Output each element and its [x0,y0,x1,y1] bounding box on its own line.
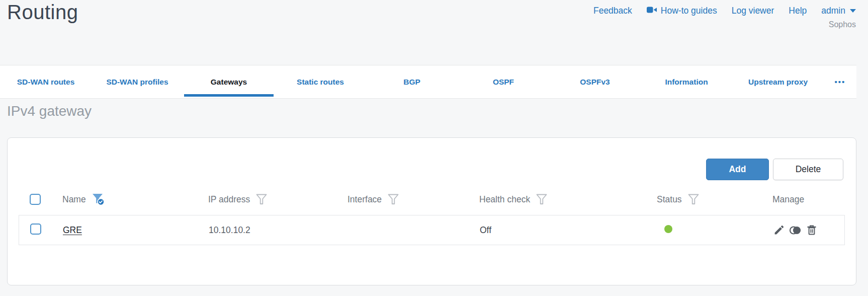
column-header-name-label: Name [62,194,86,205]
filter-icon[interactable] [255,193,268,205]
page-title: Routing [7,1,78,24]
feedback-link-label: Feedback [593,6,632,16]
table-row: GRE 10.10.10.2 Off [19,215,844,245]
delete-icon[interactable] [806,224,818,236]
column-header-status-label: Status [657,194,682,205]
feedback-link[interactable]: Feedback [593,6,632,16]
tab-sd-wan-routes[interactable]: SD-WAN routes [0,65,92,98]
status-cell [651,225,767,236]
column-header-ip-address: IP address [202,193,341,205]
row-checkbox[interactable] [30,224,41,235]
admin-menu-button[interactable]: admin [821,6,856,16]
column-header-status: Status [651,193,766,205]
brand-label: Sophos [829,20,856,29]
tab-gateways[interactable]: Gateways [183,65,275,98]
howto-guides-label: How-to guides [661,6,717,16]
clone-icon[interactable] [789,224,802,236]
name-cell: GRE [57,225,203,236]
filter-icon[interactable] [536,193,548,205]
delete-button[interactable]: Delete [773,159,843,180]
howto-guides-link[interactable]: How-to guides [647,6,717,16]
log-viewer-label: Log viewer [732,6,774,16]
manage-cell [767,224,844,236]
column-header-interface-label: Interface [348,194,382,205]
tab-sd-wan-profiles[interactable]: SD-WAN profiles [92,65,183,98]
filter-icon[interactable] [687,193,700,205]
help-link[interactable]: Help [789,6,807,16]
select-all-checkbox[interactable] [30,194,41,205]
health-check-cell: Off [474,225,651,236]
column-header-ip-label: IP address [208,194,250,205]
tab-ospf[interactable]: OSPF [458,65,549,98]
add-button[interactable]: Add [706,159,769,180]
tab-upstream-proxy[interactable]: Upstream proxy [732,65,824,98]
gateway-card: Add Delete Name IP address Interface [7,137,856,285]
caret-down-icon [850,9,856,13]
edit-icon[interactable] [773,224,785,236]
tab-bar: SD-WAN routes SD-WAN profiles Gateways S… [0,65,856,99]
column-header-manage: Manage [766,194,856,205]
table-body: GRE 10.10.10.2 Off [19,215,845,245]
more-tabs-button[interactable]: ••• [824,65,856,98]
column-header-manage-label: Manage [772,194,804,205]
column-header-name: Name [56,193,202,206]
column-header-health-check: Health check [473,193,651,205]
toolbar: Add Delete [706,159,843,180]
table-header-row: Name IP address Interface Health check [8,188,856,210]
ip-address-cell: 10.10.10.2 [203,225,342,236]
header-links: Feedback How-to guides Log viewer Help a… [593,6,856,16]
tab-static-routes[interactable]: Static routes [275,65,366,98]
column-header-health-label: Health check [479,194,530,205]
filter-active-icon[interactable] [92,193,106,206]
video-camera-icon [647,6,657,16]
status-indicator [664,225,672,233]
gateway-name-link[interactable]: GRE [63,225,82,235]
filter-icon[interactable] [387,193,399,205]
tab-ospfv3[interactable]: OSPFv3 [549,65,641,98]
tab-information[interactable]: Information [641,65,732,98]
section-title: IPv4 gateway [7,103,92,119]
tab-bgp[interactable]: BGP [366,65,458,98]
log-viewer-link[interactable]: Log viewer [732,6,774,16]
admin-menu-label: admin [821,6,845,16]
help-label: Help [789,6,807,16]
column-header-interface: Interface [341,193,473,205]
